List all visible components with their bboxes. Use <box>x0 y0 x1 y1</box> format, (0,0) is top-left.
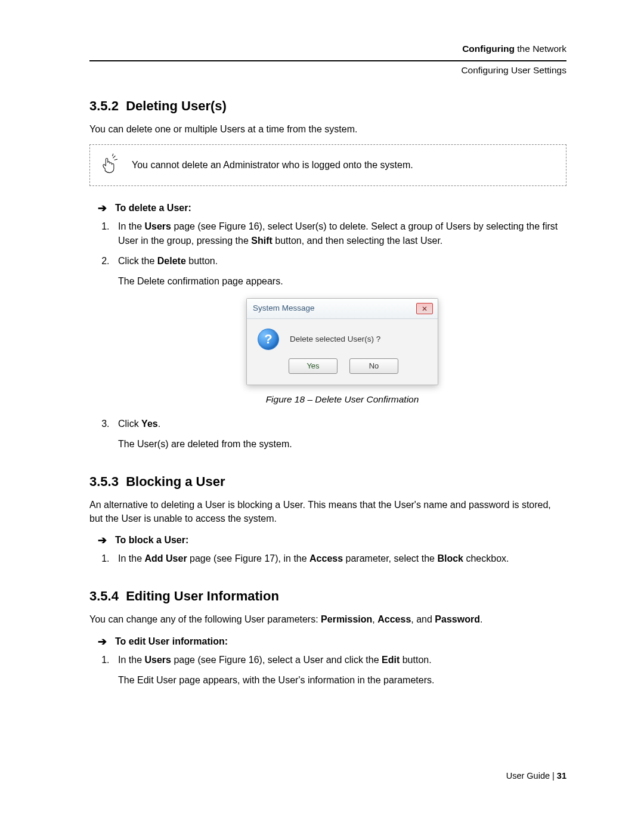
dialog-titlebar: System Message ✕ <box>247 299 438 318</box>
procedure-steps: In the Add User page (see Figure 17), in… <box>89 552 566 566</box>
step-text: button. <box>400 655 431 665</box>
step-text: button. <box>186 256 218 266</box>
section-number: 3.5.2 <box>89 98 119 113</box>
procedure-steps: In the Users page (see Figure 16), selec… <box>89 219 566 451</box>
bold-term: Block <box>437 553 463 563</box>
bold-term: Access <box>309 553 343 563</box>
arrow-right-icon: ➔ <box>98 535 107 546</box>
section-number: 3.5.3 <box>89 474 119 489</box>
section-heading-352: 3.5.2 Deleting User(s) <box>89 98 566 114</box>
document-page: Configuring the Network Configuring User… <box>0 0 644 804</box>
arrow-right-icon: ➔ <box>98 636 107 647</box>
bold-term: Add User <box>144 553 187 563</box>
close-icon[interactable]: ✕ <box>416 303 433 314</box>
footer-label: User Guide | <box>506 771 557 781</box>
page-number: 31 <box>557 771 566 781</box>
section-intro: You can delete one or multiple Users at … <box>89 122 566 136</box>
figure-caption: Figure 18 – Delete User Confirmation <box>118 392 566 406</box>
header-subsection: Configuring User Settings <box>89 65 566 76</box>
note-text: You cannot delete an Administrator who i… <box>132 160 413 171</box>
step-1: In the Users page (see Figure 16), selec… <box>112 219 566 248</box>
note-box: You cannot delete an Administrator who i… <box>89 144 566 186</box>
step-3: Click Yes. The User(s) are deleted from … <box>112 417 566 451</box>
chapter-name-rest: the Network <box>515 44 566 54</box>
step-result: The User(s) are deleted from the system. <box>118 437 566 451</box>
bold-term: Users <box>144 221 171 231</box>
section-intro: You can change any of the following User… <box>89 612 566 626</box>
bold-term: Password <box>435 614 480 624</box>
bold-term: Users <box>144 655 171 665</box>
section-intro: An alternative to deleting a User is blo… <box>89 498 566 525</box>
step-text: In the <box>118 221 144 231</box>
dialog-body: ? Delete selected User(s) ? Yes No <box>247 319 438 385</box>
intro-text: You can change any of the following User… <box>89 614 321 624</box>
note-hand-icon <box>98 153 120 177</box>
step-text: page (see Figure 16), select a User and … <box>171 655 382 665</box>
header-rule <box>89 60 566 61</box>
intro-text: , and <box>411 614 435 624</box>
chapter-name-bold: Configuring <box>462 44 515 54</box>
page-footer: User Guide | 31 <box>89 771 566 781</box>
step-text: In the <box>118 655 144 665</box>
section-heading-353: 3.5.3 Blocking a User <box>89 474 566 490</box>
procedure-title: To edit User information: <box>115 636 228 647</box>
step-text: Click <box>118 419 141 429</box>
dialog-title: System Message <box>253 302 315 314</box>
step-text: Click the <box>118 256 157 266</box>
system-message-dialog: System Message ✕ ? Delete selected User(… <box>246 298 438 385</box>
procedure-title: To delete a User: <box>115 203 191 213</box>
bold-term: Access <box>377 614 411 624</box>
no-button[interactable]: No <box>349 358 398 374</box>
intro-text: , <box>372 614 377 624</box>
bold-term: Delete <box>157 256 186 266</box>
step-text: page (see Figure 17), in the <box>187 553 309 563</box>
step-result: The Edit User page appears, with the Use… <box>118 673 566 688</box>
step-2: Click the Delete button. The Delete conf… <box>112 254 566 406</box>
procedure-heading: ➔ To edit User information: <box>98 636 566 647</box>
section-number: 3.5.4 <box>89 589 119 603</box>
procedure-heading: ➔ To block a User: <box>98 535 566 546</box>
step-text: parameter, select the <box>343 553 437 563</box>
procedure-title: To block a User: <box>115 535 188 546</box>
section-title: Blocking a User <box>126 474 225 489</box>
yes-button[interactable]: Yes <box>289 358 338 374</box>
procedure-heading: ➔ To delete a User: <box>98 203 566 213</box>
bold-term: Permission <box>321 614 372 624</box>
step-text: button, and then selecting the last User… <box>273 236 443 246</box>
step-text: . <box>158 419 160 429</box>
bold-term: Yes <box>141 419 158 429</box>
question-icon: ? <box>258 329 279 350</box>
arrow-right-icon: ➔ <box>98 203 107 213</box>
intro-text: . <box>480 614 482 624</box>
bold-term: Edit <box>382 655 400 665</box>
dialog-message: Delete selected User(s) ? <box>290 333 380 345</box>
step-result: The Delete confirmation page appears. <box>118 274 566 289</box>
bold-term: Shift <box>251 236 273 246</box>
section-title: Editing User Information <box>126 589 279 603</box>
step-1: In the Add User page (see Figure 17), in… <box>112 552 566 566</box>
procedure-steps: In the Users page (see Figure 16), selec… <box>89 653 566 688</box>
step-1: In the Users page (see Figure 16), selec… <box>112 653 566 688</box>
running-header: Configuring the Network <box>89 42 566 55</box>
step-text: checkbox. <box>463 553 509 563</box>
section-heading-354: 3.5.4 Editing User Information <box>89 589 566 604</box>
step-text: In the <box>118 553 144 563</box>
section-title: Deleting User(s) <box>126 98 227 113</box>
figure-18: System Message ✕ ? Delete selected User(… <box>118 298 566 385</box>
